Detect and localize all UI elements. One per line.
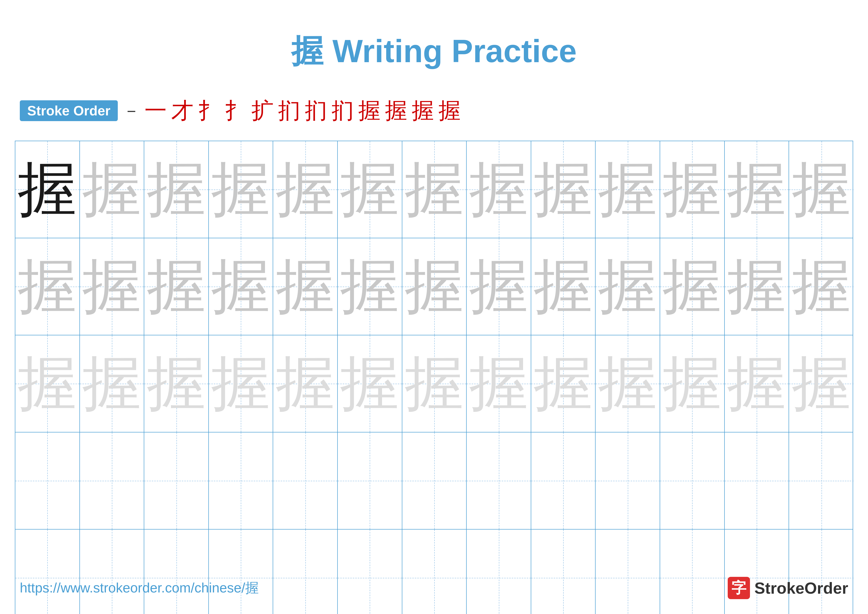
practice-char: 握 <box>662 257 722 316</box>
practice-char: 握 <box>340 160 399 219</box>
grid-cell[interactable] <box>209 432 273 529</box>
stroke-sequence: － 一 才 扌 扌 扩 扪 扪 扪 握 握 握 握 <box>123 96 461 126</box>
practice-char: 握 <box>82 354 141 413</box>
grid-cell[interactable]: 握 <box>789 141 854 238</box>
grid-cell[interactable]: 握 <box>144 335 209 432</box>
grid-cell[interactable]: 握 <box>273 141 338 238</box>
grid-cell[interactable]: 握 <box>209 141 273 238</box>
practice-char: 握 <box>17 257 77 316</box>
grid-cell[interactable]: 握 <box>338 238 402 335</box>
practice-char: 握 <box>340 354 399 413</box>
practice-char: 握 <box>533 257 593 316</box>
grid-cell[interactable] <box>660 432 725 529</box>
grid-cell[interactable]: 握 <box>789 238 854 335</box>
grid-cell[interactable]: 握 <box>16 238 80 335</box>
practice-char: 握 <box>662 354 722 413</box>
grid-cell[interactable] <box>789 432 854 529</box>
practice-char: 握 <box>405 160 464 219</box>
grid-cell[interactable] <box>725 432 789 529</box>
practice-char: 握 <box>792 354 851 413</box>
grid-cell[interactable]: 握 <box>531 141 596 238</box>
grid-cell[interactable] <box>16 432 80 529</box>
stroke-order-section: Stroke Order － 一 才 扌 扌 扩 扪 扪 扪 握 握 握 握 <box>0 88 868 136</box>
grid-cell[interactable]: 握 <box>338 141 402 238</box>
grid-cell[interactable]: 握 <box>209 335 273 432</box>
grid-cell[interactable]: 握 <box>402 335 467 432</box>
grid-cell[interactable]: 握 <box>273 335 338 432</box>
grid-cell[interactable] <box>531 530 596 614</box>
grid-cell[interactable]: 握 <box>725 141 789 238</box>
stroke-5: 扩 <box>251 96 274 126</box>
grid-cell[interactable]: 握 <box>467 238 531 335</box>
grid-cell[interactable]: 握 <box>467 335 531 432</box>
grid-cell[interactable]: 握 <box>16 335 80 432</box>
grid-cell[interactable]: 握 <box>402 141 467 238</box>
grid-cell[interactable]: 握 <box>725 335 789 432</box>
practice-char: 握 <box>276 160 335 219</box>
grid-cell[interactable]: 握 <box>595 238 660 335</box>
grid-cell[interactable]: 握 <box>789 335 854 432</box>
grid-cell[interactable] <box>531 432 596 529</box>
grid-cell[interactable] <box>273 432 338 529</box>
practice-char: 握 <box>792 257 851 316</box>
stroke-11: 握 <box>412 96 434 126</box>
stroke-4: 扌 <box>225 96 247 126</box>
practice-char: 握 <box>469 160 529 219</box>
practice-char: 握 <box>598 160 657 219</box>
grid-cell[interactable]: 握 <box>595 335 660 432</box>
grid-cell[interactable]: 握 <box>209 238 273 335</box>
grid-cell[interactable]: 握 <box>595 141 660 238</box>
grid-cell[interactable]: 握 <box>80 141 144 238</box>
grid-cell[interactable]: 握 <box>660 141 725 238</box>
grid-cell[interactable]: 握 <box>467 141 531 238</box>
grid-cell[interactable]: 握 <box>144 238 209 335</box>
grid-row-2: 握 握 握 握 握 握 握 握 握 握 握 握 握 <box>16 238 852 335</box>
grid-cell[interactable]: 握 <box>531 238 596 335</box>
grid-cell[interactable] <box>660 530 725 614</box>
stroke-12: 握 <box>439 96 461 126</box>
practice-char: 握 <box>211 354 270 413</box>
grid-cell[interactable]: 握 <box>725 238 789 335</box>
grid-cell[interactable] <box>144 530 209 614</box>
stroke-1: 一 <box>144 96 167 126</box>
grid-cell[interactable]: 握 <box>531 335 596 432</box>
grid-cell[interactable]: 握 <box>660 238 725 335</box>
practice-char: 握 <box>533 354 593 413</box>
grid-cell[interactable]: 握 <box>144 141 209 238</box>
grid-cell[interactable]: 握 <box>80 238 144 335</box>
grid-cell[interactable] <box>80 530 144 614</box>
practice-char: 握 <box>82 257 141 316</box>
stroke-order-badge: Stroke Order <box>20 100 118 121</box>
grid-cell[interactable] <box>209 530 273 614</box>
grid-cell[interactable]: 握 <box>273 238 338 335</box>
title-section: 握 Writing Practice <box>0 0 868 88</box>
grid-cell[interactable] <box>402 530 467 614</box>
grid-cell[interactable]: 握 <box>80 335 144 432</box>
grid-cell[interactable]: 握 <box>402 238 467 335</box>
grid-cell[interactable] <box>338 530 402 614</box>
grid-cell[interactable]: 握 <box>660 335 725 432</box>
grid-cell[interactable]: 握 <box>338 335 402 432</box>
practice-grid[interactable]: 握 握 握 握 握 握 握 握 握 握 握 握 握 握 握 握 握 握 握 握 … <box>15 141 853 614</box>
grid-cell[interactable]: 握 <box>16 141 80 238</box>
stroke-10: 握 <box>385 96 407 126</box>
grid-cell[interactable] <box>725 530 789 614</box>
grid-cell[interactable] <box>80 432 144 529</box>
grid-cell[interactable] <box>144 432 209 529</box>
grid-cell[interactable] <box>16 530 80 614</box>
grid-cell[interactable] <box>595 530 660 614</box>
grid-cell[interactable] <box>467 432 531 529</box>
logo-icon: 字 <box>728 577 750 599</box>
grid-cell[interactable] <box>467 530 531 614</box>
grid-cell[interactable] <box>273 530 338 614</box>
grid-cell[interactable] <box>595 432 660 529</box>
grid-row-1: 握 握 握 握 握 握 握 握 握 握 握 握 握 <box>16 141 852 238</box>
practice-char: 握 <box>211 257 270 316</box>
practice-char: 握 <box>147 354 206 413</box>
practice-char: 握 <box>598 354 657 413</box>
grid-cell[interactable] <box>338 432 402 529</box>
grid-cell[interactable] <box>402 432 467 529</box>
stroke-7: 扪 <box>305 96 327 126</box>
grid-cell[interactable] <box>789 530 854 614</box>
practice-char: 握 <box>533 160 593 219</box>
